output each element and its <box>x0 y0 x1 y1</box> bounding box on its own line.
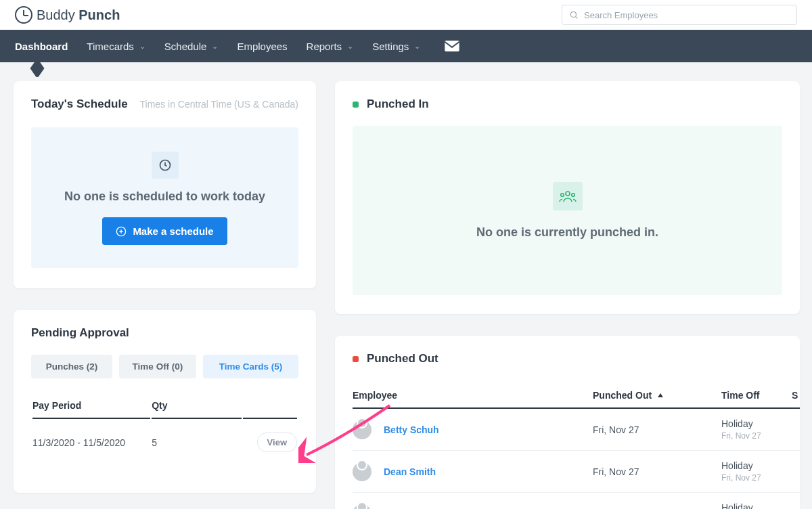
chevron-down-icon: ⌄ <box>414 42 420 51</box>
main-nav: Dashboard Timecards⌄ Schedule⌄ Employees… <box>0 30 812 62</box>
card-title: Punched Out <box>367 352 438 366</box>
card-pending-approval: Pending Approval Punches (2) Time Off (0… <box>14 310 316 493</box>
punched-out-time: Fri, Nov 27 <box>593 466 721 477</box>
plus-circle-icon <box>116 226 127 237</box>
svg-rect-2 <box>445 41 459 51</box>
punched-in-empty-msg: No one is currently punched in. <box>476 225 658 240</box>
status-dot-green <box>353 102 359 108</box>
make-schedule-button[interactable]: Make a schedule <box>102 217 227 245</box>
table-row: Dean SmithFri, Nov 27HolidayFri, Nov 27 <box>353 451 800 493</box>
clock-logo-icon <box>15 6 32 24</box>
svg-point-5 <box>566 192 570 196</box>
nav-timecards[interactable]: Timecards⌄ <box>87 41 145 52</box>
avatar <box>353 462 371 481</box>
table-row: 11/3/2020 - 11/5/2020 5 View <box>32 420 297 464</box>
tab-time-off[interactable]: Time Off (0) <box>119 355 196 378</box>
card-punched-out: Punched Out Employee Punched Out Time Of… <box>335 336 800 509</box>
timezone-note: Times in Central Time (US & Canada) <box>140 99 298 110</box>
approval-table: Pay Period Qty 11/3/2020 - 11/5/2020 5 V… <box>31 392 298 466</box>
logo-text: Buddy Punch <box>37 7 120 23</box>
col-employee: Employee <box>353 390 593 401</box>
schedule-empty-state: No one is scheduled to work today Make a… <box>31 127 298 268</box>
svg-point-0 <box>570 12 576 17</box>
chevron-down-icon: ⌄ <box>347 42 353 51</box>
nav-dashboard[interactable]: Dashboard <box>15 41 68 52</box>
chevron-down-icon: ⌄ <box>212 42 218 51</box>
people-icon <box>553 182 583 211</box>
employee-link[interactable]: Betty Schuh <box>384 424 439 435</box>
card-todays-schedule: Today's Schedule Times in Central Time (… <box>14 81 316 288</box>
sort-up-icon <box>657 392 664 399</box>
dashboard-content: Today's Schedule Times in Central Time (… <box>0 62 812 509</box>
time-off: HolidayFri, Nov 27 <box>721 460 800 483</box>
col-punched-out[interactable]: Punched Out <box>593 390 721 401</box>
mail-icon[interactable] <box>445 41 459 51</box>
tab-punches[interactable]: Punches (2) <box>31 355 112 378</box>
search-icon <box>569 10 579 20</box>
col-time-off: Time Off <box>721 390 792 401</box>
time-off: HolidayFri, Nov 27 <box>721 418 800 441</box>
tab-time-cards[interactable]: Time Cards (5) <box>203 355 298 378</box>
svg-point-7 <box>571 193 574 196</box>
chevron-down-icon: ⌄ <box>139 42 145 51</box>
search-box[interactable] <box>562 5 797 25</box>
punched-out-table-header: Employee Punched Out Time Off S <box>353 380 800 409</box>
table-row: James MischkeFri, Nov 27HolidayFri, Nov … <box>353 493 800 509</box>
avatar <box>353 420 371 439</box>
employee-link[interactable]: Dean Smith <box>384 466 436 477</box>
col-qty: Qty <box>152 393 242 419</box>
avatar <box>353 504 371 510</box>
status-dot-red <box>353 356 359 362</box>
top-bar: Buddy Punch <box>0 0 812 30</box>
time-off: HolidayFri, Nov 27 <box>721 502 800 509</box>
svg-point-6 <box>560 193 564 196</box>
card-title: Pending Approval <box>31 326 298 340</box>
qty-value: 5 <box>152 420 242 464</box>
col-pay-period: Pay Period <box>32 393 150 419</box>
pay-period-value: 11/3/2020 - 11/5/2020 <box>32 420 150 464</box>
nav-employees[interactable]: Employees <box>237 41 287 52</box>
col-s: S <box>792 390 800 401</box>
nav-reports[interactable]: Reports⌄ <box>307 41 354 52</box>
clock-icon <box>152 152 179 179</box>
punched-in-empty-state: No one is currently punched in. <box>353 126 782 295</box>
schedule-empty-msg: No one is scheduled to work today <box>31 190 298 204</box>
table-row: Betty SchuhFri, Nov 27HolidayFri, Nov 27 <box>353 409 800 451</box>
card-punched-in: Punched In No one is currently punched i… <box>335 81 800 314</box>
nav-settings[interactable]: Settings⌄ <box>372 41 420 52</box>
approval-tabs: Punches (2) Time Off (0) Time Cards (5) <box>31 355 298 378</box>
view-button[interactable]: View <box>257 433 297 452</box>
card-title: Punched In <box>367 97 429 111</box>
search-input[interactable] <box>584 10 790 20</box>
svg-line-1 <box>576 17 578 19</box>
card-title: Today's Schedule <box>31 97 128 111</box>
nav-schedule[interactable]: Schedule⌄ <box>164 41 219 52</box>
punched-out-time: Fri, Nov 27 <box>593 424 721 435</box>
logo[interactable]: Buddy Punch <box>15 6 120 24</box>
